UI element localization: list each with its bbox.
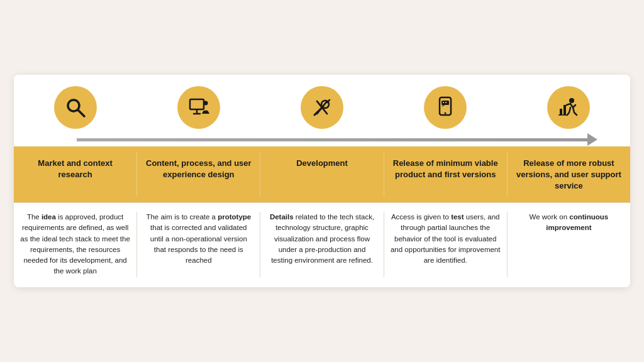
search-icon — [54, 86, 97, 129]
growth-icon — [547, 86, 590, 129]
svg-point-11 — [445, 112, 447, 114]
desc-cell-3: Details related to the tech stack, techn… — [260, 212, 384, 277]
icon-cell-3 — [260, 86, 384, 133]
tools-icon — [301, 86, 343, 129]
desc-cell-4: Access is given to test users, and throu… — [384, 212, 508, 277]
icon-cell-5 — [507, 86, 630, 133]
desc-cell-5: We work on continuous improvement — [508, 212, 630, 277]
timeline-line — [77, 138, 592, 141]
bold-continuous-improvement: continuous improvement — [546, 213, 608, 231]
header-cell-1: Market and context research — [14, 153, 137, 196]
bold-details: Details — [270, 213, 294, 221]
svg-point-5 — [204, 101, 208, 106]
icon-cell-2 — [137, 86, 260, 133]
header-row: Market and context research Content, pro… — [14, 146, 630, 202]
bold-idea: idea — [42, 213, 56, 221]
main-container: Market and context research Content, pro… — [14, 75, 630, 287]
svg-rect-16 — [560, 109, 562, 115]
icon-cell-1 — [14, 86, 137, 133]
bold-test: test — [451, 213, 464, 221]
timeline-row — [52, 133, 592, 146]
presentation-icon — [177, 86, 220, 129]
icon-cell-4 — [384, 86, 507, 133]
timeline-arrow — [587, 133, 597, 146]
icons-row — [14, 75, 630, 133]
bold-prototype: prototype — [218, 213, 251, 221]
svg-rect-14 — [445, 102, 447, 103]
svg-line-1 — [78, 110, 84, 116]
header-cell-3: Development — [260, 153, 384, 196]
header-cell-2: Content, process, and user experience de… — [137, 153, 260, 196]
svg-rect-2 — [190, 99, 204, 109]
mobile-icon — [424, 86, 467, 129]
svg-point-15 — [569, 98, 574, 103]
header-cell-4: Release of minimum viable product and fi… — [384, 153, 508, 196]
header-cell-5: Release of more robust versions, and use… — [508, 153, 630, 196]
desc-cell-1: The idea is approved, product requiremen… — [14, 212, 137, 277]
svg-rect-17 — [564, 105, 566, 115]
svg-rect-13 — [443, 102, 444, 103]
desc-cell-2: The aim is to create a prototype that is… — [137, 212, 260, 277]
desc-row: The idea is approved, product requiremen… — [14, 202, 630, 287]
